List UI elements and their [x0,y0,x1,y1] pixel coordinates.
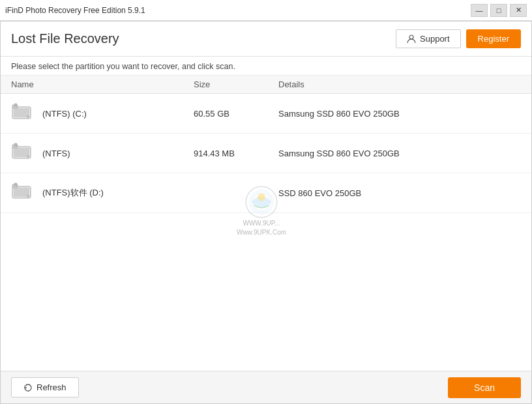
drive-details-2: SSD 860 EVO 250GB [278,188,521,198]
drive-name-cell: (NTFS) [11,143,194,164]
footer: Refresh Scan [1,371,531,403]
refresh-label: Refresh [37,382,66,392]
drive-name-2: (NTFS)软件 (D:) [42,187,104,199]
svg-point-13 [27,195,29,197]
window-controls: — □ ✕ [471,4,527,17]
watermark-text-line1: WWW.9UP... [243,219,280,228]
drive-name-cell: (NTFS) (C:) [11,103,194,124]
svg-point-0 [409,35,413,39]
page-title: Lost File Recovery [11,31,119,46]
maximize-button[interactable]: □ [490,4,507,17]
app-title: iFinD Photo Recovery Free Edition 5.9.1 [5,6,145,15]
drive-size-1: 914.43 MB [194,149,278,158]
drive-size-0: 60.55 GB [194,109,278,119]
svg-rect-15 [14,183,17,186]
main-window: Lost File Recovery Support Register Plea… [0,21,532,404]
watermark-text-line2: Www.9UPK.Com [237,228,286,237]
instruction-text: Please select the partition you want to … [1,57,531,76]
drive-name-cell: (NTFS)软件 (D:) [11,182,194,203]
drive-icon [11,143,35,164]
table-header: Name Size Details [1,76,531,94]
drive-icon [11,182,35,203]
refresh-button[interactable]: Refresh [11,377,79,397]
col-details: Details [278,79,521,89]
table-row[interactable]: (NTFS)软件 (D:) SSD 860 EVO 250GB [1,173,531,213]
drive-icon [11,103,35,124]
drive-name-1: (NTFS) [42,149,70,158]
title-bar: iFinD Photo Recovery Free Edition 5.9.1 … [0,0,532,21]
support-button[interactable]: Support [396,29,461,48]
minimize-button[interactable]: — [471,4,488,17]
refresh-icon [23,383,33,392]
register-button[interactable]: Register [466,29,521,48]
drive-details-1: Samsung SSD 860 EVO 250GB [278,149,521,158]
support-label: Support [420,34,450,44]
header-bar: Lost File Recovery Support Register [1,22,531,57]
col-size: Size [194,79,278,89]
table-row[interactable]: (NTFS) 914.43 MB Samsung SSD 860 EVO 250… [1,134,531,173]
svg-point-8 [27,155,29,158]
drive-name-0: (NTFS) (C:) [42,109,87,119]
close-button[interactable]: ✕ [510,4,527,17]
col-name: Name [11,79,194,89]
header-buttons: Support Register [396,29,521,48]
drive-list: (NTFS) (C:) 60.55 GB Samsung SSD 860 EVO… [1,94,531,371]
svg-rect-5 [14,104,17,106]
svg-point-3 [27,115,29,118]
table-row[interactable]: (NTFS) (C:) 60.55 GB Samsung SSD 860 EVO… [1,94,531,134]
drive-details-0: Samsung SSD 860 EVO 250GB [278,109,521,119]
scan-button[interactable]: Scan [448,377,521,398]
person-icon [407,35,416,44]
svg-rect-10 [14,143,17,146]
